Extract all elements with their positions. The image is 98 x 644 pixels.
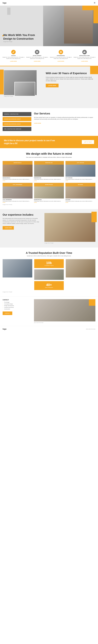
engineering-link[interactable]: LEARN MORE xyxy=(58,61,64,62)
rep-stat-1: 40+ Team Employees xyxy=(34,281,64,290)
infrastructure-text: Sample text. Click to select the text bo… xyxy=(74,56,96,59)
footer-list-item-2: › Design Development xyxy=(2,305,31,306)
hero-title: We Work With You From Design to Construc… xyxy=(3,33,38,40)
grid-title-4: WORKSPACES xyxy=(34,199,64,200)
rep-stat-number-1: 40+ xyxy=(36,283,62,286)
design-title: DESIGN xyxy=(2,55,24,56)
experience-title: With over 30 Years of Experience xyxy=(46,72,94,75)
exp-includes-section: Our experience includes: We install prop… xyxy=(0,209,98,248)
grid-item-0: DESIGN-BUILD DESIGN-BUILD Pellentesque i… xyxy=(2,161,32,181)
feature-design: DESIGN Sample text. Click to select the … xyxy=(2,49,25,63)
exp-inc-left: Our experience includes: We install prop… xyxy=(2,213,42,244)
rep-stats: 10k Completed Projects 40+ Team Employee… xyxy=(34,259,64,290)
footer-list: › Pre-Design › Conceptual design › Desig… xyxy=(2,302,31,310)
footer-contact-button[interactable]: CONTACT xyxy=(2,312,12,315)
experience-button[interactable]: LEARN MORE xyxy=(46,84,58,87)
grid-link-0[interactable]: MORE xyxy=(2,180,32,181)
design-title: We design with the future in mind xyxy=(2,152,96,156)
grid-link-4[interactable]: MORE xyxy=(34,202,64,203)
design-icon xyxy=(11,50,16,54)
rep-stat-label-0: Completed Projects xyxy=(36,265,62,266)
grid-title-3: CIVIL ENGINEERS xyxy=(2,199,32,200)
footer-list-item-4: › Construction xyxy=(2,308,31,310)
hero-credit: Image from Freepik xyxy=(3,41,38,42)
experience-text: Pulvinar interdum tincidunt senectus id.… xyxy=(46,76,94,82)
exp-inc-credit: Image from Freepik xyxy=(44,242,96,244)
rep-image-middle xyxy=(34,269,64,280)
service-btn-3[interactable]: PRE-CONSTRUCTION SERVICES xyxy=(2,127,31,131)
design-text: Sample text. Click to select the text bo… xyxy=(2,56,24,59)
reputation-credit: Images from Freepik xyxy=(2,291,96,292)
design-credit: Images from Freepik xyxy=(2,204,96,205)
grid-item-4: WORKSPACES WORKSPACES Pellentesque inter… xyxy=(34,183,64,203)
grid-title-2: CITY SPACES xyxy=(66,177,96,178)
infrastructure-icon xyxy=(82,50,87,54)
design-link[interactable]: LEARN MORE xyxy=(10,61,17,62)
grid-text-5: Pellentesque interdum malesuada cras sit… xyxy=(66,200,96,202)
rep-image-1 xyxy=(2,259,32,290)
bottom-logo[interactable]: logo xyxy=(2,328,6,330)
services-section: GENERAL CONSTRUCTION DESIGN BUILD/DESIGN… xyxy=(0,108,98,136)
services-buttons: GENERAL CONSTRUCTION DESIGN BUILD/DESIGN… xyxy=(2,112,31,132)
grid-overlay-1: REMODELING xyxy=(45,162,53,163)
grid-title-1: REMODELING xyxy=(34,177,64,178)
grid-text-1: Pellentesque interdum malesuada cras sit… xyxy=(34,179,64,180)
infrastructure-link[interactable]: LEARN MORE xyxy=(81,61,88,62)
exp-orange-corner xyxy=(90,66,98,74)
service-btn-0[interactable]: GENERAL CONSTRUCTION xyxy=(2,112,31,116)
grid-link-2[interactable]: MORE xyxy=(66,180,96,181)
engineering-text: Sample text. Click to select the text bo… xyxy=(50,56,72,59)
rep-image-2 xyxy=(66,259,96,290)
navigation: logo ≡ xyxy=(0,0,98,6)
design-section: We design with the future in mind Duis a… xyxy=(0,148,98,209)
feature-development: DEVELOPMENT Sample text. Click to select… xyxy=(26,49,48,63)
services-content: Our Services We have worked hard to earn… xyxy=(34,112,96,132)
grid-item-5: HOUSING HOUSING Pellentesque interdum ma… xyxy=(66,183,96,203)
reputation-subtitle: Sample text. Click to select the text bo… xyxy=(2,255,96,256)
exp-inc-title: Our experience includes: xyxy=(2,213,42,216)
development-title: DEVELOPMENT xyxy=(26,55,48,56)
services-text: We have worked hard to earn our reputati… xyxy=(34,117,96,120)
engineering-title: ENGINEERING xyxy=(50,55,72,56)
hero-section: We Work With You From Design to Construc… xyxy=(0,6,98,46)
design-grid-row2: CIVIL ENGINEERS CIVIL ENGINEERS Pellente… xyxy=(2,183,96,203)
bottom-credit: Get a free from here xyxy=(86,328,96,330)
development-link[interactable]: LEARN MORE xyxy=(34,61,40,62)
cta-button[interactable]: LET'S TALK xyxy=(82,140,94,144)
grid-link-3[interactable]: MORE xyxy=(2,202,32,203)
exp-small-image xyxy=(14,82,35,96)
development-icon xyxy=(35,50,39,54)
footer-teaser-right: Get a free from here xyxy=(34,299,96,323)
grid-item-2: CITY SPACES CITY SPACES Pellentesque int… xyxy=(66,161,96,181)
grid-overlay-0: DESIGN-BUILD xyxy=(14,162,22,163)
features-section: DESIGN Sample text. Click to select the … xyxy=(0,46,98,66)
grid-title-5: HOUSING xyxy=(66,199,96,200)
grid-overlay-5: HOUSING xyxy=(78,184,83,185)
design-subtitle: Duis aute irure reprehenderit in volupta… xyxy=(2,156,96,158)
experience-content: With over 30 Years of Experience Pulvina… xyxy=(43,66,98,100)
experience-section: Image from Freepik With over 30 Years of… xyxy=(0,66,98,108)
feature-infrastructure: INFRASTRUCTURE Sample text. Click to sel… xyxy=(73,49,96,63)
exp-inc-right: Image from Freepik xyxy=(44,213,96,244)
reputation-title: A Trusted Reputation Built Over Time xyxy=(2,252,96,254)
footer-orange-corner xyxy=(89,299,96,306)
grid-link-5[interactable]: MORE xyxy=(66,202,96,203)
logo[interactable]: logo xyxy=(2,2,6,4)
service-btn-1[interactable]: DESIGN BUILD/DESIGN ASSIST xyxy=(2,117,31,121)
grid-text-2: Pellentesque interdum malesuada cras sit… xyxy=(66,179,96,180)
reputation-section: A Trusted Reputation Built Over Time Sam… xyxy=(0,248,98,296)
menu-icon[interactable]: ≡ xyxy=(94,1,96,4)
service-btn-2[interactable]: DESIGN BUILD/DESIGN ASSIST xyxy=(2,122,31,126)
footer-teaser-image xyxy=(34,299,96,322)
rep-stat-0: 10k Completed Projects xyxy=(34,259,64,268)
services-link[interactable]: LEARN MORE xyxy=(34,123,41,124)
footer-teaser-title: CONTACT xyxy=(2,299,31,300)
grid-title-0: DESIGN-BUILD xyxy=(2,177,32,178)
footer-list-item-1: › Conceptual design xyxy=(2,303,31,304)
infrastructure-title: INFRASTRUCTURE xyxy=(74,55,96,56)
grid-link-1[interactable]: MORE xyxy=(34,180,64,181)
footer-teaser-left: CONTACT › Pre-Design › Conceptual design… xyxy=(2,299,31,323)
exp-inc-image xyxy=(44,213,96,242)
exp-inc-button[interactable]: LEARN MORE xyxy=(2,226,14,230)
footer-teaser-section: CONTACT › Pre-Design › Conceptual design… xyxy=(0,296,98,326)
